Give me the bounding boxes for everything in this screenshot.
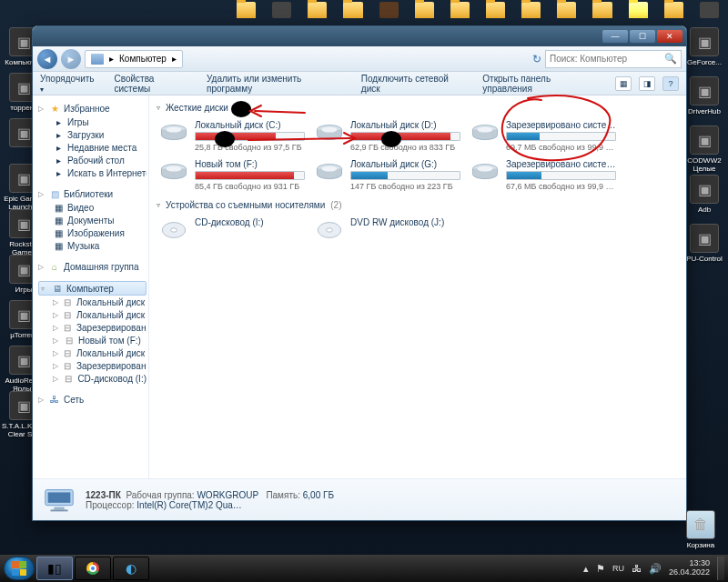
forward-button[interactable]: ►	[61, 49, 81, 69]
nav-drive-item[interactable]: ▷⊟Зарезервировано системой	[38, 321, 147, 334]
nav-item[interactable]: ▸Искать в Интернете	[38, 166, 147, 179]
desktop-icon[interactable]: ▣Adb	[682, 175, 726, 214]
titlebar[interactable]: — ☐ ✕	[33, 26, 686, 46]
taskbar[interactable]: ▮▯ ◐ ▴ ⚑ RU 🖧 🔊 13:30 26.04.2022	[0, 555, 728, 582]
view-mode-button[interactable]: ▦	[615, 76, 632, 91]
drive-item[interactable]: Локальный диск (G:)147 ГБ свободно из 22…	[312, 157, 462, 193]
svg-point-3	[322, 127, 338, 133]
drive-usage-bar	[350, 132, 460, 141]
tray-language[interactable]: RU	[612, 564, 624, 573]
computer-name: 1223-ПК	[86, 490, 121, 500]
nav-item[interactable]: ▦Изображения	[38, 226, 147, 239]
nav-pane[interactable]: ▷★Избранное ▸Игры▸Загрузки▸Недавние мест…	[33, 95, 149, 478]
desktop-icon[interactable]: ▣DriverHub	[682, 76, 726, 115]
drive-subtitle: 69,7 МБ свободно из 99,9 МБ	[506, 143, 616, 152]
computer-icon	[42, 485, 76, 516]
drive-subtitle: 25,8 ГБ свободно из 97,5 ГБ	[195, 143, 305, 152]
nav-computer[interactable]: ▿🖥Компьютер	[38, 281, 147, 296]
svg-point-11	[478, 166, 493, 172]
removable-item[interactable]: DVD RW дисковод (J:)	[312, 216, 462, 245]
map-drive-button[interactable]: Подключить сетевой диск	[361, 74, 466, 94]
desktop[interactable]: ▣Компьютер▣торрент▣▣Epic Games Launcher▣…	[0, 0, 728, 582]
nav-item[interactable]: ▦Видео	[38, 201, 147, 214]
drive-subtitle: 147 ГБ свободно из 223 ГБ	[350, 182, 460, 191]
start-button[interactable]	[4, 557, 35, 580]
drive-item[interactable]: Зарезервировано системой (E:)69,7 МБ сво…	[468, 118, 618, 154]
svg-point-9	[322, 166, 338, 172]
drive-usage-bar	[506, 132, 616, 141]
back-button[interactable]: ◄	[37, 49, 57, 69]
desktop-icon[interactable]: ▣CODWW2 Целые	[682, 125, 726, 173]
search-box[interactable]: 🔍	[545, 50, 682, 68]
drive-usage-bar	[350, 171, 460, 180]
system-properties-button[interactable]: Свойства системы	[115, 74, 190, 94]
nav-drive-item[interactable]: ▷⊟Локальный диск (G:)	[38, 346, 147, 359]
preview-pane-button[interactable]: ◨	[639, 76, 655, 91]
breadcrumb[interactable]: ▸ Компьютер ▸	[85, 50, 183, 68]
task-explorer[interactable]: ▮▯	[36, 557, 73, 580]
show-desktop-button[interactable]	[717, 557, 724, 580]
nav-item[interactable]: ▸Игры	[38, 115, 147, 128]
drive-title: Локальный диск (D:)	[350, 120, 460, 130]
drive-icon	[314, 120, 345, 146]
command-bar: Упорядочить Свойства системы Удалить или…	[33, 72, 686, 95]
nav-item[interactable]: ▸Загрузки	[38, 128, 147, 141]
drive-item[interactable]: Локальный диск (D:)62,9 ГБ свободно из 8…	[312, 118, 462, 154]
drive-icon	[470, 159, 500, 185]
uninstall-button[interactable]: Удалить или изменить программу	[207, 74, 345, 94]
nav-homegroup[interactable]: ▷⌂Домашняя группа	[38, 259, 147, 274]
content-pane[interactable]: ▿ Жесткие диски (6) Локальный диск (C:)2…	[149, 95, 686, 478]
drive-title: Локальный диск (G:)	[350, 159, 460, 169]
section-removable[interactable]: ▿ Устройства со съемными носителями (2)	[157, 200, 679, 210]
tray-flag-icon[interactable]: ⚑	[596, 563, 605, 575]
task-chrome[interactable]	[75, 557, 111, 580]
drive-item[interactable]: Зарезервировано системой (H:)67,6 МБ сво…	[468, 157, 618, 193]
nav-drive-item[interactable]: ▷⊟Локальный диск (C:)	[38, 296, 147, 308]
nav-item[interactable]: ▦Документы	[38, 214, 147, 226]
computer-icon	[91, 54, 104, 65]
cpu-value: Intel(R) Core(TM)2 Qua…	[136, 500, 242, 510]
desktop-icon[interactable]: ▣PU-Control	[682, 224, 726, 263]
organize-menu[interactable]: Упорядочить	[40, 74, 98, 94]
nav-drive-item[interactable]: ▷⊟Локальный диск (D:)	[38, 308, 147, 321]
tray-network-icon[interactable]: 🖧	[632, 563, 642, 574]
help-button[interactable]: ?	[662, 76, 679, 91]
drive-usage-bar	[195, 132, 305, 141]
refresh-icon[interactable]: ↻	[532, 53, 541, 65]
nav-item[interactable]: ▸Недавние места	[38, 141, 147, 154]
minimize-button[interactable]: —	[602, 30, 628, 43]
nav-favorites[interactable]: ▷★Избранное	[38, 101, 147, 115]
nav-drive-item[interactable]: ▷⊟Зарезервировано системой	[38, 359, 147, 372]
task-app[interactable]: ◐	[113, 557, 149, 580]
nav-drive-item[interactable]: ▷⊟CD-дисковод (I:)	[38, 372, 147, 385]
svg-rect-19	[51, 509, 68, 511]
desktop-icon[interactable]: ▣GeForce...	[682, 27, 726, 66]
disc-icon	[158, 217, 189, 243]
desktop-folder-row	[237, 2, 719, 25]
tray-volume-icon[interactable]: 🔊	[649, 563, 662, 575]
section-hdd[interactable]: ▿ Жесткие диски (6)	[157, 103, 679, 113]
control-panel-button[interactable]: Открыть панель управления	[482, 74, 599, 94]
system-tray[interactable]: ▴ ⚑ RU 🖧 🔊 13:30 26.04.2022	[583, 557, 724, 580]
nav-drive-item[interactable]: ▷⊟Новый том (F:)	[38, 334, 147, 346]
search-input[interactable]	[550, 54, 661, 64]
drive-icon	[158, 159, 189, 185]
nav-item[interactable]: ▦Музыка	[38, 239, 147, 252]
nav-network[interactable]: ▷🖧Сеть	[38, 392, 147, 406]
recycle-bin[interactable]: 🗑 Корзина	[679, 510, 723, 549]
close-button[interactable]: ✕	[657, 30, 682, 43]
svg-point-15	[327, 228, 333, 232]
removable-item[interactable]: CD-дисковод (I:)	[157, 216, 307, 245]
clock[interactable]: 13:30 26.04.2022	[669, 559, 710, 577]
nav-item[interactable]: ▸Рабочий стол	[38, 154, 147, 166]
svg-point-5	[478, 127, 493, 133]
drive-item[interactable]: Новый том (F:)85,4 ГБ свободно из 931 ГБ	[157, 157, 307, 193]
drive-subtitle: 62,9 ГБ свободно из 833 ГБ	[350, 143, 460, 152]
drive-title: CD-дисковод (I:)	[195, 217, 305, 227]
drive-usage-bar	[195, 171, 305, 180]
nav-libraries[interactable]: ▷▧Библиотеки	[38, 186, 147, 201]
tray-up-icon[interactable]: ▴	[583, 563, 589, 575]
drive-item[interactable]: Локальный диск (C:)25,8 ГБ свободно из 9…	[157, 118, 307, 154]
explorer-window: — ☐ ✕ ◄ ► ▸ Компьютер ▸ ↻ 🔍 Упорядочить …	[32, 25, 687, 521]
maximize-button[interactable]: ☐	[630, 30, 655, 43]
